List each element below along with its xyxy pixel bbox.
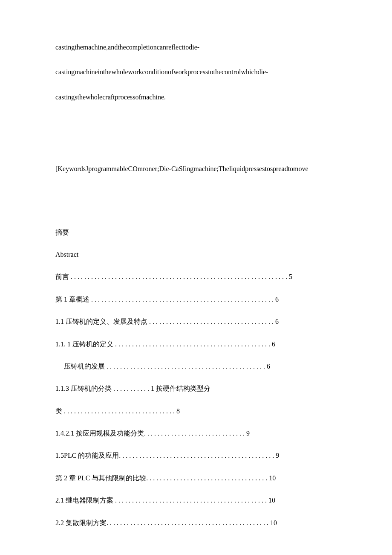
toc-entry-1-5: 1.5PLC 的功能及应用. . . . . . . . . . . . . .…	[55, 451, 337, 460]
toc-entry-2-1: 2.1 继电器限制方案 . . . . . . . . . . . . . . …	[55, 496, 337, 505]
spacer	[55, 117, 337, 164]
toc-entry-1-1: 1.1 压铸机的定义、发展及特点 . . . . . . . . . . . .…	[55, 317, 337, 326]
body-paragraph: castingthemachine,andthecompletioncanref…	[55, 43, 337, 52]
body-paragraph: castingmachineinthewholeworkconditionofw…	[55, 67, 337, 77]
toc-entry-chapter1: 第 1 章概述 . . . . . . . . . . . . . . . . …	[55, 295, 337, 304]
toc-entry-1-1-1: 1.1. 1 压铸机的定义 . . . . . . . . . . . . . …	[55, 340, 337, 349]
toc-heading-abstract-cn: 摘要	[55, 228, 337, 237]
toc-heading-abstract-en: Abstract	[55, 250, 337, 259]
document-page: castingthemachine,andthecompletioncanref…	[0, 0, 392, 555]
spacer	[55, 189, 337, 228]
toc-entry-2-2: 2.2 集散限制方案. . . . . . . . . . . . . . . …	[55, 518, 337, 528]
toc-entry-preface: 前言 . . . . . . . . . . . . . . . . . . .…	[55, 272, 337, 282]
toc-entry-development: 压铸机的发展 . . . . . . . . . . . . . . . . .…	[55, 362, 337, 371]
toc-entry-1-1-3: 1.1.3 压铸机的分类 . . . . . . . . . . . 1 按硬件…	[55, 384, 337, 393]
keywords-paragraph: [KeywordsJprogrammableCOmroner;Die-CaSIi…	[55, 164, 337, 174]
toc-entry-class-cont: 类 . . . . . . . . . . . . . . . . . . . …	[55, 407, 337, 416]
body-paragraph: castingsthewholecraftprocessofmachine.	[55, 93, 337, 102]
toc-entry-1-4-2-1: 1.4.2.1 按应用规模及功能分类. . . . . . . . . . . …	[55, 429, 337, 438]
toc-entry-chapter2: 第 2 章 PLC 与其他限制的比较. . . . . . . . . . . …	[55, 474, 337, 483]
